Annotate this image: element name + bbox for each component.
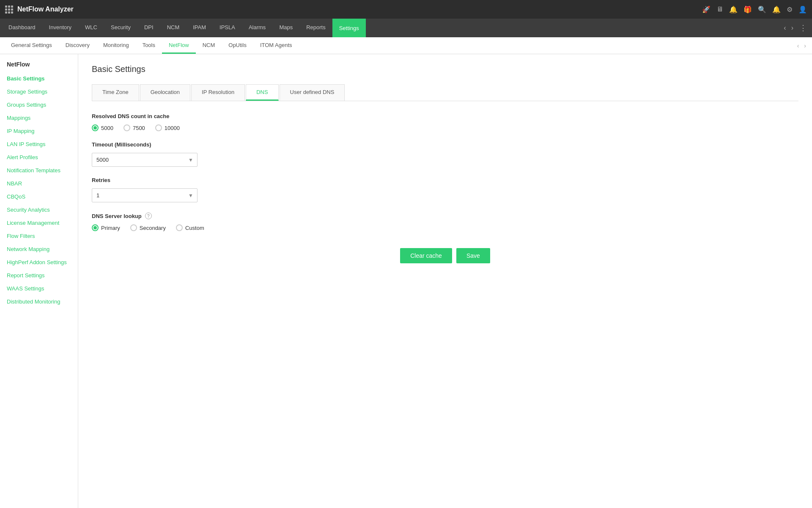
sub-nav-tools[interactable]: Tools xyxy=(136,37,162,54)
clear-cache-button[interactable]: Clear cache xyxy=(400,248,452,263)
timeout-section: Timeout (Milliseconds) 1000 2000 3000 40… xyxy=(92,141,798,167)
sub-nav-monitoring[interactable]: Monitoring xyxy=(96,37,136,54)
sidebar-item-network-mapping[interactable]: Network Mapping xyxy=(0,243,78,256)
nav-item-alarms[interactable]: Alarms xyxy=(242,19,272,37)
radio-circle-7500 xyxy=(123,124,130,131)
button-row: Clear cache Save xyxy=(92,248,798,263)
radio-custom[interactable]: Custom xyxy=(176,224,204,231)
radio-label-5000: 5000 xyxy=(101,125,113,131)
dns-lookup-label: DNS Server lookup xyxy=(92,213,142,219)
app-logo: NetFlow Analyzer xyxy=(17,6,74,13)
sidebar-item-security-analytics[interactable]: Security Analytics xyxy=(0,203,78,216)
dns-lookup-section: DNS Server lookup ? Primary Secondary Cu… xyxy=(92,213,798,231)
sidebar-item-report-settings[interactable]: Report Settings xyxy=(0,269,78,282)
radio-10000[interactable]: 10000 xyxy=(155,124,180,131)
nav-item-wlc[interactable]: WLC xyxy=(78,19,104,37)
save-button[interactable]: Save xyxy=(456,248,490,263)
nav-item-reports[interactable]: Reports xyxy=(299,19,332,37)
radio-circle-custom xyxy=(176,224,183,231)
nav-item-dashboard[interactable]: Dashboard xyxy=(2,19,42,37)
sidebar-item-mappings[interactable]: Mappings xyxy=(0,111,78,124)
resolved-dns-section: Resolved DNS count in cache 5000 7500 10… xyxy=(92,113,798,131)
sidebar-item-lan-ip-settings[interactable]: LAN IP Settings xyxy=(0,138,78,151)
grid-icon[interactable] xyxy=(5,6,13,14)
nav-right: ‹ › ⋮ xyxy=(781,19,810,37)
sidebar-title: NetFlow xyxy=(0,54,78,72)
sub-nav-ncm[interactable]: NCM xyxy=(196,37,222,54)
retries-label: Retries xyxy=(92,177,798,183)
main-layout: NetFlow Basic Settings Storage Settings … xyxy=(0,54,812,508)
dns-lookup-label-row: DNS Server lookup ? xyxy=(92,213,798,219)
sub-nav: General Settings Discovery Monitoring To… xyxy=(0,37,812,54)
sidebar-item-distributed-monitoring[interactable]: Distributed Monitoring xyxy=(0,295,78,308)
sidebar-item-flow-filters[interactable]: Flow Filters xyxy=(0,229,78,243)
bell-outline-icon[interactable]: 🔔 xyxy=(729,6,738,14)
tab-ip-resolution[interactable]: IP Resolution xyxy=(191,84,245,101)
sidebar-item-notification-templates[interactable]: Notification Templates xyxy=(0,164,78,177)
retries-select-wrapper: 1 2 3 4 5 ▼ xyxy=(92,188,198,202)
sidebar-item-storage-settings[interactable]: Storage Settings xyxy=(0,85,78,98)
radio-primary[interactable]: Primary xyxy=(92,224,120,231)
notification-icon[interactable]: 🔔 xyxy=(772,6,781,14)
monitor-icon[interactable]: 🖥 xyxy=(716,6,723,13)
rocket-icon[interactable]: 🚀 xyxy=(702,6,710,14)
sub-nav-left: General Settings Discovery Monitoring To… xyxy=(4,37,299,54)
nav-item-inventory[interactable]: Inventory xyxy=(42,19,78,37)
dns-lookup-help-icon[interactable]: ? xyxy=(145,213,152,219)
sidebar-item-ip-mapping[interactable]: IP Mapping xyxy=(0,124,78,138)
radio-7500[interactable]: 7500 xyxy=(123,124,145,131)
settings-icon[interactable]: ⚙ xyxy=(787,6,793,14)
sub-nav-netflow[interactable]: NetFlow xyxy=(162,37,196,54)
nav-item-ipsla[interactable]: IPSLA xyxy=(213,19,242,37)
nav-item-maps[interactable]: Maps xyxy=(272,19,299,37)
radio-5000[interactable]: 5000 xyxy=(92,124,113,131)
sidebar-item-alert-profiles[interactable]: Alert Profiles xyxy=(0,151,78,164)
sidebar-item-highperf-addon-settings[interactable]: HighPerf Addon Settings xyxy=(0,256,78,269)
nav-prev-arrow[interactable]: ‹ xyxy=(781,24,788,32)
dns-lookup-radio-group: Primary Secondary Custom xyxy=(92,224,798,231)
tabs: Time Zone Geolocation IP Resolution DNS … xyxy=(92,84,798,101)
sidebar-item-cbqos[interactable]: CBQoS xyxy=(0,190,78,203)
gift-icon[interactable]: 🎁 xyxy=(743,6,752,14)
radio-circle-10000 xyxy=(155,124,162,131)
page-title: Basic Settings xyxy=(92,64,798,74)
sub-nav-itom-agents[interactable]: ITOM Agents xyxy=(253,37,299,54)
nav-more-icon[interactable]: ⋮ xyxy=(796,23,810,33)
sidebar-item-license-management[interactable]: License Management xyxy=(0,216,78,229)
user-icon[interactable]: 👤 xyxy=(798,6,807,14)
sidebar-item-waas-settings[interactable]: WAAS Settings xyxy=(0,282,78,295)
radio-circle-5000 xyxy=(92,124,99,131)
radio-circle-secondary xyxy=(130,224,137,231)
sidebar-item-basic-settings[interactable]: Basic Settings xyxy=(0,72,78,85)
nav-item-ncm[interactable]: NCM xyxy=(160,19,187,37)
tab-dns[interactable]: DNS xyxy=(246,84,278,101)
sub-nav-next-arrow[interactable]: › xyxy=(802,41,808,51)
tab-geolocation[interactable]: Geolocation xyxy=(140,84,190,101)
radio-circle-primary xyxy=(92,224,99,231)
retries-select[interactable]: 1 2 3 4 5 xyxy=(92,188,198,202)
sub-nav-oputils[interactable]: OpUtils xyxy=(222,37,253,54)
tab-user-defined-dns[interactable]: User defined DNS xyxy=(280,84,345,101)
sub-nav-general-settings[interactable]: General Settings xyxy=(4,37,59,54)
timeout-select[interactable]: 1000 2000 3000 4000 5000 10000 xyxy=(92,153,198,167)
nav-item-dpi[interactable]: DPI xyxy=(137,19,160,37)
search-icon[interactable]: 🔍 xyxy=(758,6,766,14)
nav-item-security[interactable]: Security xyxy=(104,19,137,37)
nav-item-settings[interactable]: Settings xyxy=(332,19,366,37)
resolved-dns-label: Resolved DNS count in cache xyxy=(92,113,798,119)
radio-label-10000: 10000 xyxy=(165,125,180,131)
radio-label-secondary: Secondary xyxy=(140,225,166,231)
nav-bar: Dashboard Inventory WLC Security DPI NCM… xyxy=(0,19,812,37)
nav-next-arrow[interactable]: › xyxy=(789,24,796,32)
sidebar-item-groups-settings[interactable]: Groups Settings xyxy=(0,98,78,111)
sub-nav-prev-arrow[interactable]: ‹ xyxy=(796,41,801,51)
radio-secondary[interactable]: Secondary xyxy=(130,224,166,231)
app-bar-left: NetFlow Analyzer xyxy=(5,6,74,14)
nav-item-ipam[interactable]: IPAM xyxy=(186,19,213,37)
sub-nav-discovery[interactable]: Discovery xyxy=(59,37,96,54)
sidebar-item-nbar[interactable]: NBAR xyxy=(0,177,78,190)
tab-timezone[interactable]: Time Zone xyxy=(92,84,139,101)
timeout-label: Timeout (Milliseconds) xyxy=(92,141,798,148)
radio-label-7500: 7500 xyxy=(133,125,145,131)
content-area: Basic Settings Time Zone Geolocation IP … xyxy=(78,54,812,508)
